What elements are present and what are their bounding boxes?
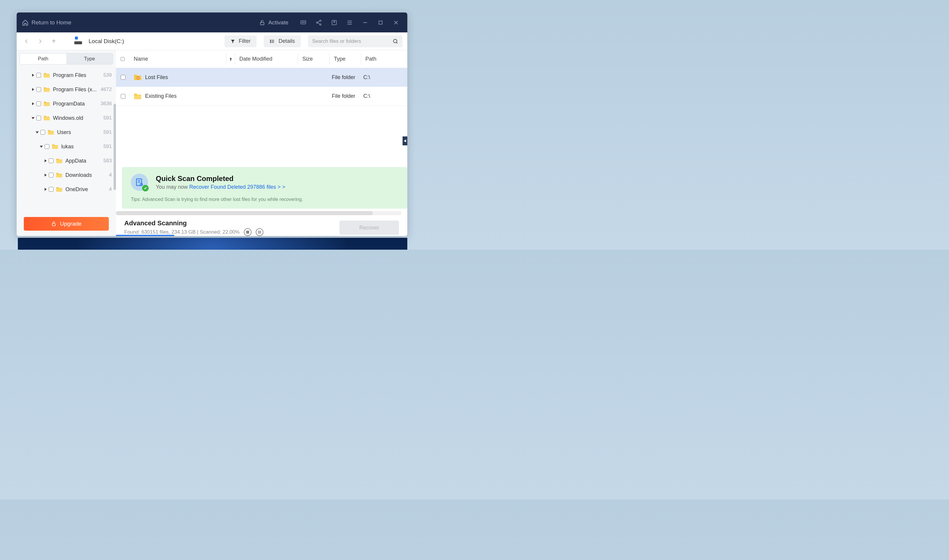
chevron-right-icon[interactable] <box>31 73 35 77</box>
tree-checkbox[interactable] <box>36 102 41 106</box>
tree-checkbox[interactable] <box>36 115 41 120</box>
svg-point-11 <box>270 41 271 42</box>
svg-rect-9 <box>379 21 382 24</box>
panel-tips: Tips: Advanced Scan is trying to find mo… <box>131 197 398 202</box>
upgrade-label: Upgrade <box>60 220 82 227</box>
chevron-right-icon[interactable] <box>43 173 48 177</box>
tree-item[interactable]: lukas591 <box>17 139 116 154</box>
nav-forward-button[interactable] <box>35 36 45 46</box>
column-size[interactable]: Size <box>298 53 329 65</box>
tree-item-count: 4 <box>109 186 112 192</box>
pause-scan-button[interactable] <box>256 228 263 236</box>
close-button[interactable] <box>390 17 402 29</box>
tree-item-count: 591 <box>103 143 112 149</box>
return-home-button[interactable]: Return to Home <box>22 19 71 26</box>
svg-point-2 <box>302 22 302 23</box>
share-icon[interactable] <box>313 17 325 29</box>
select-all-checkbox[interactable] <box>121 57 125 61</box>
chevron-right-icon[interactable] <box>31 102 35 106</box>
nav-back-button[interactable] <box>22 36 32 46</box>
activate-button[interactable]: Activate <box>259 19 288 26</box>
tree-checkbox[interactable] <box>45 144 49 149</box>
folder-icon <box>48 129 54 135</box>
tree-item-label: Downloads <box>65 172 107 178</box>
menu-icon[interactable] <box>344 17 355 29</box>
tree-checkbox[interactable] <box>36 73 41 78</box>
tree-item-label: Program Files (x... <box>53 86 99 93</box>
folder-icon <box>43 72 50 78</box>
scan-status-title: Advanced Scanning <box>124 219 334 227</box>
column-name[interactable]: Name <box>134 56 226 62</box>
stop-scan-button[interactable] <box>244 228 252 236</box>
scan-complete-icon <box>131 174 148 191</box>
row-path: C:\ <box>363 74 403 80</box>
tree-checkbox[interactable] <box>49 187 54 192</box>
recover-found-link[interactable]: Recover Found Deleted 297886 files > > <box>189 184 285 190</box>
row-name: Lost Files <box>145 74 168 80</box>
tree-item[interactable]: Windows.old591 <box>17 111 116 125</box>
column-path[interactable]: Path <box>361 53 403 65</box>
tree-item[interactable]: ProgramData3636 <box>17 97 116 111</box>
chevron-right-icon[interactable] <box>43 187 48 191</box>
tree-checkbox[interactable] <box>49 158 54 163</box>
collapse-panel-button[interactable] <box>403 137 407 145</box>
tree-item-label: lukas <box>61 143 102 150</box>
chevron-right-icon[interactable] <box>31 88 35 92</box>
tree-item-count: 583 <box>103 158 112 164</box>
svg-point-10 <box>270 40 271 40</box>
tree-item[interactable]: OneDrive4 <box>17 182 116 197</box>
svg-rect-20 <box>258 231 259 234</box>
minimize-button[interactable] <box>359 17 371 29</box>
sidebar-scrollbar[interactable] <box>114 104 116 190</box>
recover-button[interactable]: Recover <box>340 220 399 235</box>
filter-button[interactable]: Filter <box>225 35 257 47</box>
filter-icon <box>231 39 235 44</box>
quick-scan-panel: Quick Scan Completed You may now Recover… <box>122 167 407 209</box>
details-button[interactable]: Details <box>264 35 301 47</box>
table-row[interactable]: Existing FilesFile folderC:\ <box>116 87 407 106</box>
tree-item[interactable]: Downloads4 <box>17 168 116 182</box>
chevron-down-icon[interactable] <box>31 116 35 120</box>
tree-checkbox[interactable] <box>49 173 54 177</box>
tab-type[interactable]: Type <box>66 54 113 64</box>
svg-point-12 <box>270 42 271 43</box>
tree-item-count: 4 <box>109 172 112 178</box>
column-date[interactable]: Date Modified <box>235 53 298 65</box>
tree-item[interactable]: Program Files539 <box>17 68 116 82</box>
chevron-down-icon[interactable] <box>35 130 39 134</box>
search-input[interactable] <box>312 38 389 44</box>
tree-checkbox[interactable] <box>40 130 45 135</box>
tree-item-count: 4672 <box>100 86 112 92</box>
svg-point-3 <box>303 22 303 23</box>
feedback-icon[interactable] <box>297 17 309 29</box>
chevron-down-icon[interactable] <box>39 145 43 149</box>
search-box[interactable] <box>308 35 403 47</box>
panel-subtitle-prefix: You may now <box>156 184 189 190</box>
sort-button[interactable] <box>226 53 235 65</box>
activate-label: Activate <box>268 19 288 26</box>
svg-point-4 <box>304 22 305 23</box>
horizontal-scrollbar[interactable] <box>116 211 401 215</box>
tree-item[interactable]: AppData583 <box>17 154 116 168</box>
nav-up-button[interactable] <box>49 36 59 46</box>
tree-item[interactable]: Users591 <box>17 125 116 139</box>
maximize-button[interactable] <box>375 17 386 29</box>
tab-path[interactable]: Path <box>20 54 66 64</box>
chevron-right-icon[interactable] <box>43 159 48 163</box>
breadcrumb[interactable]: Local Disk(C:) <box>89 38 124 45</box>
export-icon[interactable] <box>328 17 340 29</box>
table-row[interactable]: Lost FilesFile folderC:\ <box>116 68 407 87</box>
sidebar-tabs: Path Type <box>20 53 113 65</box>
svg-rect-0 <box>261 22 264 25</box>
row-checkbox[interactable] <box>121 94 125 99</box>
tree-item-label: AppData <box>65 158 102 164</box>
row-checkbox[interactable] <box>121 75 125 80</box>
upgrade-button[interactable]: Upgrade <box>24 217 109 231</box>
tree-item[interactable]: Program Files (x...4672 <box>17 82 116 97</box>
tree-checkbox[interactable] <box>36 87 41 92</box>
column-type[interactable]: Type <box>329 53 361 65</box>
lock-icon <box>51 221 57 226</box>
tree-item-label: Windows.old <box>53 115 102 121</box>
home-icon <box>22 19 29 26</box>
app-window: Return to Home Activate Local Disk(C:) F… <box>17 12 407 236</box>
